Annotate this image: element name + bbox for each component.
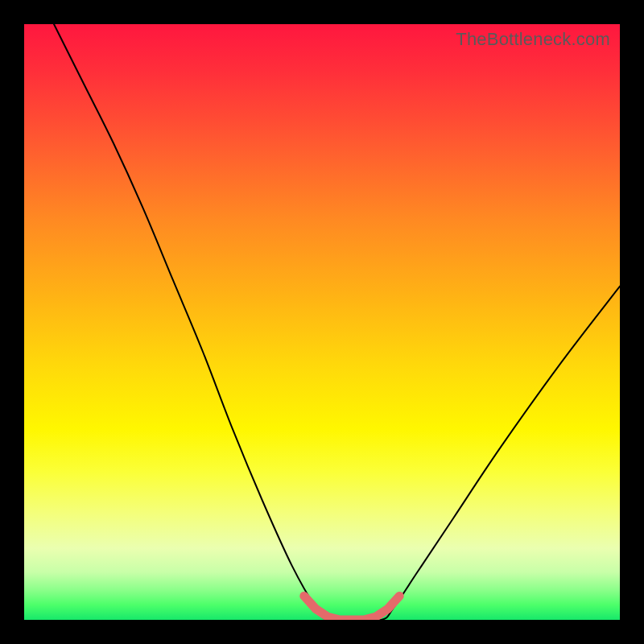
bottleneck-curve-line [54, 24, 620, 620]
bottleneck-highlight-line [304, 596, 399, 620]
plot-area: TheBottleneck.com [24, 24, 620, 620]
chart-svg [24, 24, 620, 620]
chart-frame: TheBottleneck.com [0, 0, 644, 644]
